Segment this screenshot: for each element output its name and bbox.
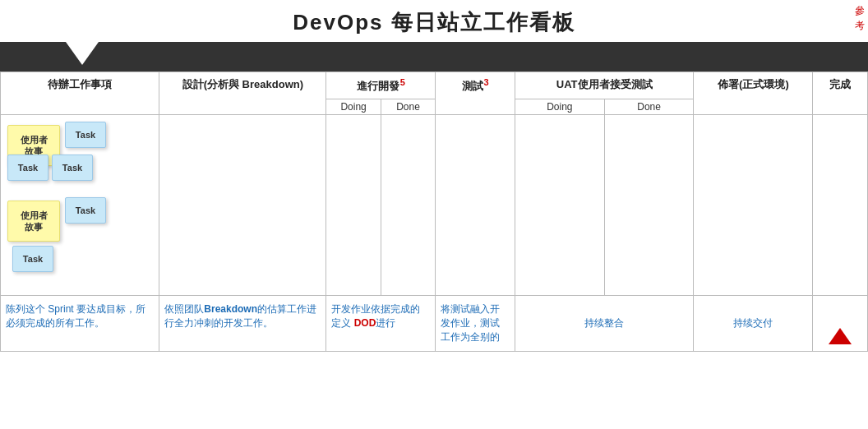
dev-doing-cell	[326, 115, 381, 296]
test-badge: 3	[484, 77, 489, 87]
desc-dev: 开发作业依据完成的定义 DOD进行	[326, 296, 436, 352]
desc-todo: 陈列这个 Sprint 要达成目标，所必须完成的所有工作。	[1, 296, 159, 352]
col-header-todo: 待辦工作事項	[1, 72, 159, 115]
desc-design-text: 依照团队Breakdown的估算工作进行全力冲刺的开发工作。	[164, 303, 316, 329]
uat-done-cell	[604, 115, 694, 296]
sticky-task-1: Task	[65, 122, 106, 148]
col-subheader-uat-doing: Doing	[515, 99, 604, 115]
sticky-task-4: Task	[65, 197, 106, 224]
sticky-story-2: 使用者 故事	[7, 201, 60, 242]
sticky-task-3: Task	[52, 155, 93, 181]
desc-test-text: 将测试融入开发作业，测试工作为全别的	[441, 303, 500, 343]
col-header-deploy: 佈署(正式環境)	[694, 72, 813, 115]
done-cell	[813, 115, 868, 296]
col-subheader-dev-done: Done	[381, 99, 435, 115]
breakdown-keyword: Breakdown	[204, 303, 257, 315]
sticky-task-5: Task	[12, 246, 53, 272]
desc-deploy-text: 持续交付	[733, 317, 773, 329]
sticky-task-2: Task	[7, 155, 48, 181]
uat-doing-cell	[515, 115, 604, 296]
desc-uat: 持续整合	[515, 296, 694, 352]
col-subheader-uat-done: Done	[604, 99, 694, 115]
desc-test: 将测试融入开发作业，测试工作为全别的	[436, 296, 515, 352]
red-arrow-icon	[829, 328, 852, 344]
desc-deploy: 持续交付	[694, 296, 813, 352]
design-cell	[159, 115, 326, 296]
todo-cell: 使用者 故事 Task Task Task 使用者 故事 Task Task	[1, 115, 159, 296]
dod-keyword: DOD	[354, 317, 376, 329]
desc-design: 依照团队Breakdown的估算工作进行全力冲刺的开发工作。	[159, 296, 326, 352]
col-header-design: 設計(分析與 Breakdown)	[159, 72, 326, 115]
sticky-row: 使用者 故事 Task Task Task 使用者 故事 Task Task	[1, 115, 868, 296]
desc-todo-text: 陈列这个 Sprint 要达成目标，所必须完成的所有工作。	[6, 303, 145, 329]
col-header-dev: 進行開發5	[326, 72, 436, 99]
dev-badge: 5	[400, 77, 405, 87]
col-header-test: 測試3	[436, 72, 515, 115]
page-title: DevOps 每日站立工作看板	[0, 8, 868, 37]
arrow-bar	[0, 42, 868, 72]
dev-done-cell	[381, 115, 435, 296]
sticky-area-1: 使用者 故事 Task Task Task 使用者 故事 Task Task	[4, 118, 155, 283]
desc-row: 陈列这个 Sprint 要达成目标，所必须完成的所有工作。 依照团队Breakd…	[1, 296, 868, 352]
deploy-cell	[694, 115, 813, 296]
desc-dev-text: 开发作业依据完成的定义 DOD进行	[331, 303, 420, 329]
test-cell	[436, 115, 515, 296]
desc-uat-text: 持续整合	[584, 317, 624, 329]
col-subheader-dev-doing: Doing	[326, 99, 381, 115]
title-area: DevOps 每日站立工作看板	[0, 0, 868, 42]
header-row: 待辦工作事項 設計(分析與 Breakdown) 進行開發5 測試3 UAT使用…	[1, 72, 868, 99]
desc-done	[813, 296, 868, 352]
col-header-uat: UAT使用者接受測試	[515, 72, 694, 99]
kanban-table: 待辦工作事項 設計(分析與 Breakdown) 進行開發5 測試3 UAT使用…	[0, 72, 868, 352]
col-header-done: 完成	[813, 72, 868, 115]
